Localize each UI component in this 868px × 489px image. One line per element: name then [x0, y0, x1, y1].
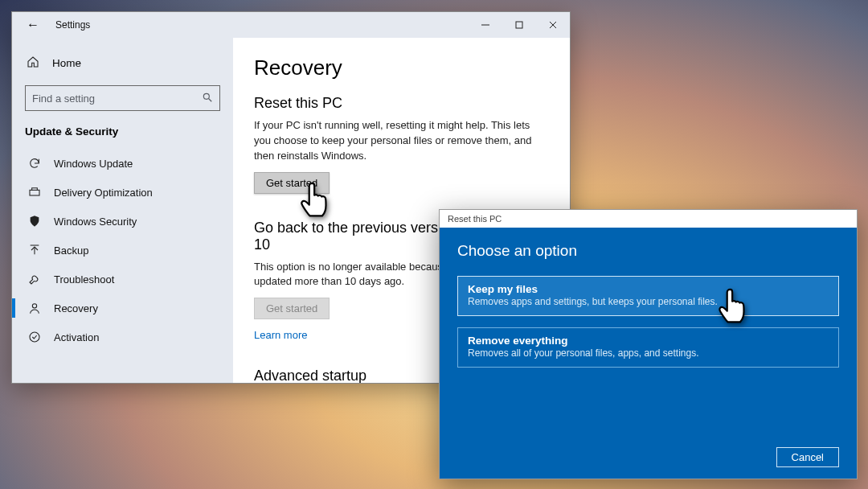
cancel-button[interactable]: Cancel: [776, 447, 839, 467]
sidebar-item-label: Troubleshoot: [54, 273, 114, 286]
option-desc: Removes all of your personal files, apps…: [468, 347, 829, 359]
svg-rect-1: [516, 22, 522, 28]
shield-icon: [28, 215, 41, 228]
sidebar-item-label: Activation: [54, 331, 99, 343]
close-button[interactable]: [536, 12, 570, 38]
minimize-button[interactable]: [469, 12, 502, 38]
reset-body: If your PC isn't running well, resetting…: [254, 118, 549, 164]
window-title: Settings: [55, 19, 90, 31]
recovery-icon: [28, 302, 41, 314]
backup-icon: [28, 244, 41, 257]
option-desc: Removes apps and settings, but keeps you…: [468, 296, 829, 307]
option-title: Remove everything: [468, 335, 829, 347]
option-remove-everything[interactable]: Remove everything Removes all of your pe…: [457, 327, 839, 368]
sidebar-item-troubleshoot[interactable]: Troubleshoot: [12, 265, 233, 294]
search-input[interactable]: Find a setting: [25, 85, 220, 111]
maximize-button[interactable]: [502, 12, 536, 38]
get-started-button[interactable]: Get started: [254, 172, 330, 194]
delivery-icon: [28, 186, 41, 199]
dialog-heading: Choose an option: [457, 242, 839, 260]
reset-heading: Reset this PC: [254, 95, 549, 112]
svg-line-5: [209, 98, 212, 101]
dialog-title: Reset this PC: [440, 210, 857, 228]
svg-point-10: [30, 332, 39, 342]
sidebar-item-activation[interactable]: Activation: [12, 323, 233, 351]
home-icon: [27, 55, 39, 71]
sidebar-item-label: Recovery: [54, 302, 98, 314]
search-placeholder: Find a setting: [32, 92, 95, 105]
sidebar: Home Find a setting Update & Security Wi…: [12, 38, 233, 383]
svg-point-4: [203, 93, 209, 99]
sidebar-item-recovery[interactable]: Recovery: [12, 294, 233, 323]
reset-pc-dialog: Reset this PC Choose an option Keep my f…: [439, 209, 858, 479]
sidebar-item-label: Backup: [54, 244, 88, 257]
sidebar-item-backup[interactable]: Backup: [12, 236, 233, 265]
sidebar-item-home[interactable]: Home: [17, 49, 233, 77]
learn-more-link[interactable]: Learn more: [254, 329, 307, 341]
sidebar-home-label: Home: [52, 57, 81, 69]
activation-icon: [28, 331, 41, 343]
sidebar-item-label: Windows Update: [54, 158, 133, 170]
titlebar: ← Settings: [12, 12, 570, 38]
sidebar-item-windows-security[interactable]: Windows Security: [12, 207, 233, 236]
wrench-icon: [28, 273, 41, 286]
sidebar-item-label: Delivery Optimization: [54, 187, 153, 199]
sidebar-item-windows-update[interactable]: Windows Update: [12, 149, 233, 178]
svg-rect-6: [30, 190, 39, 195]
page-heading: Recovery: [254, 55, 549, 80]
sidebar-item-delivery-optimization[interactable]: Delivery Optimization: [12, 178, 233, 207]
sync-icon: [28, 157, 41, 170]
svg-point-9: [32, 304, 36, 308]
sidebar-item-label: Windows Security: [54, 216, 137, 228]
option-title: Keep my files: [468, 283, 829, 295]
goback-get-started-button: Get started: [254, 298, 330, 319]
sidebar-section-label: Update & Security: [12, 122, 233, 149]
back-icon[interactable]: ←: [27, 18, 39, 32]
search-icon: [202, 92, 213, 105]
option-keep-my-files[interactable]: Keep my files Removes apps and settings,…: [457, 276, 839, 316]
